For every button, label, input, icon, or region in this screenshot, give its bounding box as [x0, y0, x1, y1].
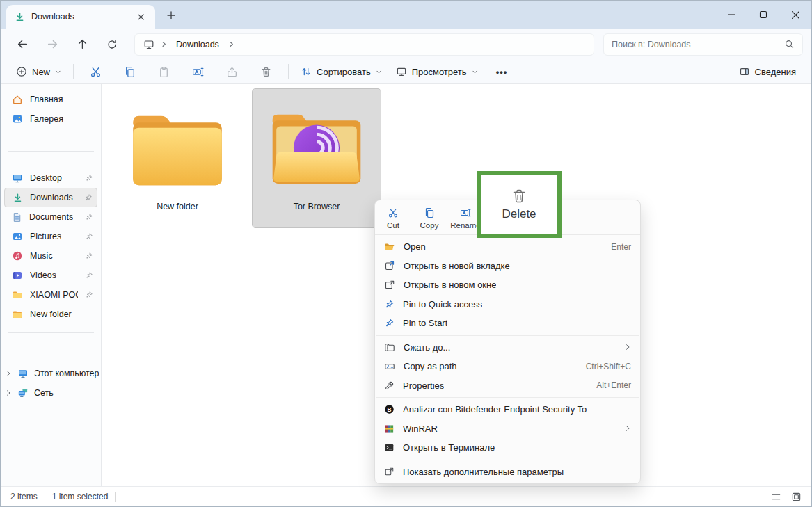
context-menu-item-open-new-tab[interactable]: Открыть в новой вкладке — [375, 257, 640, 276]
sidebar-item-videos[interactable]: Videos — [4, 266, 97, 285]
navigation-bar: Downloads Поиск в: Downloads — [1, 29, 811, 60]
sidebar-item-this-pc[interactable]: Этот компьютер — [1, 364, 101, 383]
ellipsis-icon: ••• — [496, 67, 508, 77]
context-menu-copy-button[interactable]: Copy — [411, 207, 447, 230]
view-monitor-icon — [396, 66, 407, 77]
sidebar-item-home[interactable]: Главная — [4, 90, 97, 109]
chevron-right-icon[interactable] — [5, 370, 12, 377]
back-button[interactable] — [9, 33, 35, 56]
monitor-icon — [143, 39, 154, 50]
more-options-button[interactable]: ••• — [488, 61, 516, 82]
thumbnail-view-toggle-icon[interactable] — [791, 492, 802, 502]
new-button[interactable]: New — [9, 61, 68, 82]
menu-item-label: Pin to Start — [403, 318, 447, 328]
explorer-tab-downloads[interactable]: Downloads — [6, 5, 155, 29]
plus-circle-icon — [16, 66, 27, 77]
forward-button[interactable] — [39, 33, 65, 56]
context-menu-item-pin-quick-access[interactable]: Pin to Quick access — [375, 295, 640, 314]
rename-icon — [460, 207, 471, 218]
menu-item-label: Открыть в новом окне — [404, 280, 496, 290]
context-menu-delete-button[interactable]: Delete — [502, 188, 536, 221]
more-options-icon — [384, 467, 395, 477]
context-menu: Cut Copy Rename Open Enter — [374, 200, 641, 484]
compress-folder-icon — [384, 341, 395, 353]
pin-icon — [85, 271, 93, 280]
sidebar-item-pictures[interactable]: Pictures — [4, 227, 97, 246]
sidebar-item-desktop[interactable]: Desktop — [4, 168, 97, 188]
sidebar-spacer — [1, 152, 101, 168]
sidebar-item-network[interactable]: Сеть — [1, 383, 101, 403]
view-button[interactable]: Просмотреть — [389, 61, 485, 82]
file-tile-tor-browser[interactable]: Tor Browser — [253, 89, 381, 227]
list-view-toggle-icon[interactable] — [771, 492, 781, 502]
tab-title: Downloads — [31, 12, 127, 22]
copy-icon — [424, 207, 435, 218]
gallery-icon — [12, 113, 23, 124]
toolbar-divider — [288, 64, 289, 79]
pin-icon — [85, 291, 93, 299]
chevron-right-icon[interactable] — [5, 389, 12, 396]
context-menu-item-compress[interactable]: Сжать до... — [375, 338, 640, 357]
folder-closed-icon — [125, 89, 230, 200]
sidebar-item-gallery[interactable]: Галерея — [4, 109, 97, 129]
context-menu-item-winrar[interactable]: WinRAR — [375, 419, 640, 439]
delete-button[interactable] — [253, 61, 280, 82]
delete-highlight-annotation: Delete — [477, 171, 562, 238]
status-divider — [115, 492, 116, 502]
context-menu-item-properties[interactable]: Properties Alt+Enter — [375, 376, 640, 396]
menu-item-label: Properties — [403, 380, 444, 391]
file-tile-new-folder[interactable]: New folder — [122, 89, 233, 227]
cut-button[interactable] — [82, 61, 110, 82]
wrench-icon — [384, 380, 395, 391]
quick-action-label: Cut — [387, 221, 399, 230]
breadcrumb-downloads[interactable]: Downloads — [173, 38, 222, 51]
context-menu-item-open-new-window[interactable]: Открыть в новом окне — [375, 275, 640, 295]
items-count: 2 items — [10, 492, 38, 501]
address-bar[interactable]: Downloads — [134, 33, 594, 56]
sidebar: Главная Галерея Desktop — [1, 84, 102, 486]
context-menu-item-open-in-terminal[interactable]: Открыть в Терминале — [375, 438, 640, 458]
up-button[interactable] — [69, 33, 95, 56]
command-toolbar: New Сортировать — [1, 60, 811, 84]
close-button[interactable] — [779, 1, 811, 29]
window-controls — [715, 1, 811, 29]
pin-icon — [384, 299, 395, 309]
new-tab-button[interactable] — [162, 7, 180, 24]
sidebar-item-music[interactable]: Music — [4, 246, 97, 266]
sidebar-item-xiaomi-poco[interactable]: XIAOMI POCO F — [4, 285, 97, 305]
rename-button[interactable] — [184, 61, 212, 82]
context-menu-item-show-more-options[interactable]: Показать дополнительные параметры — [375, 462, 640, 482]
maximize-button[interactable] — [747, 1, 779, 29]
chevron-down-icon — [472, 69, 478, 75]
sidebar-item-downloads[interactable]: Downloads — [4, 188, 97, 207]
menu-item-label: Открыть в Терминале — [403, 442, 495, 453]
context-menu-item-copy-as-path[interactable]: Copy as path Ctrl+Shift+C — [375, 357, 640, 376]
context-menu-item-pin-start[interactable]: Pin to Start — [375, 314, 640, 333]
pin-icon — [84, 193, 93, 202]
menu-item-label: Open — [404, 241, 426, 252]
refresh-button[interactable] — [99, 33, 125, 56]
sidebar-item-label: Галерея — [30, 114, 63, 124]
context-menu-item-open[interactable]: Open Enter — [375, 237, 640, 257]
share-button[interactable] — [218, 61, 246, 82]
search-input[interactable]: Поиск в: Downloads — [603, 33, 803, 56]
context-menu-item-bitdefender-scan[interactable]: B Analizar con Bitdefender Endpoint Secu… — [375, 400, 640, 419]
quick-action-label: Copy — [420, 221, 439, 230]
context-menu-cut-button[interactable]: Cut — [375, 207, 411, 230]
downloads-icon — [13, 193, 23, 203]
sidebar-item-documents[interactable]: Documents — [4, 207, 97, 227]
view-button-label: Просмотреть — [412, 67, 467, 77]
sidebar-item-label: Сеть — [34, 388, 54, 398]
minimize-button[interactable] — [715, 1, 747, 29]
selected-count: 1 item selected — [52, 492, 109, 501]
copy-button[interactable] — [116, 61, 144, 82]
paste-button[interactable] — [150, 61, 178, 82]
details-pane-button[interactable]: Сведения — [732, 61, 803, 82]
file-explorer-window: Downloads — [0, 0, 812, 507]
menu-item-shortcut: Alt+Enter — [596, 380, 631, 390]
sidebar-item-new-folder[interactable]: New folder — [4, 305, 97, 324]
sort-button[interactable]: Сортировать — [294, 61, 389, 82]
details-pane-icon — [739, 66, 750, 77]
tab-close-icon[interactable] — [133, 9, 148, 24]
cut-icon — [388, 207, 399, 218]
